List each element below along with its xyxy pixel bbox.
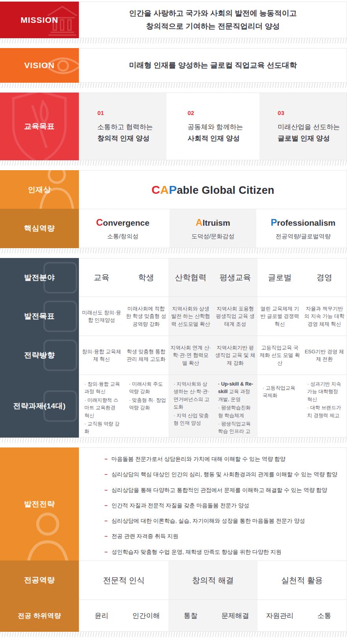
dev-areas-content: 교육 학생 산학협력 평생교육 글로벌 경영 (79, 258, 347, 297)
strategy-bullet: –성인학습자 맞춤형 수업 운영, 재학생 만족도 향상을 위한 다양한 지원 (104, 548, 339, 556)
major-content: 전문적 인식 창의적 해결 실천적 활용 (79, 560, 347, 600)
sub-major-pair: 통찰 문제해결 (168, 600, 257, 631)
talent-label: 인재상 (28, 185, 51, 195)
vision-content: 미래형 인재를 양성하는 글로컬 직업교육 선도대학 (79, 48, 347, 83)
dash-icon: – (104, 548, 108, 556)
section-divider-hatch (0, 38, 347, 43)
strategy-bullet: –심리상담의 핵심 대상인 인간의 심리, 행동 및 사회환경과의 관계를 이해… (104, 470, 339, 478)
edu-goal-line1: 소통하고 협력하는 (97, 122, 166, 133)
strategy-bullet-text: 심리상담을 통해 다양하고 통합적인 관점에서 문제를 이해하고 해결할 수 있… (112, 486, 327, 494)
strategy-bullet-text: 전공 관련 자격증 취득 지원 (112, 532, 179, 540)
sub-major-competency: 인간이해 (124, 600, 168, 631)
mission-label-cell: MISSION (0, 2, 79, 38)
vision-section: VISION 미래형 인재를 양성하는 글로컬 직업교육 선도대학 (0, 48, 347, 83)
dev-area: 산학협력 (168, 258, 213, 297)
dev-goal: 미래사회에 적합한 학생 맞춤형 성공역량 강화 (124, 297, 168, 336)
talent-core-section: 인재상 CAPable Global Citizen 핵심역량 Converge… (0, 170, 347, 248)
mission-text-line2: 창의적으로 기여하는 전문직업리더 양성 (146, 20, 280, 33)
task-column-education: · 창의·융합 교육과정 혁신 · 미래지향적 스마트 교육환경 혁신 · 교직… (79, 375, 124, 438)
task-column-lifelong: · Up-skill & Re-skill 교육 과정 개발, 운영 · 평생학… (213, 375, 257, 438)
task-column-global: · 고등작업교육 국제화 (257, 375, 302, 438)
dev-direction: 지역사회 연계 산·학·관·연 협력모델 확산 (168, 336, 213, 375)
strategy-bullet-text: 성인학습자 맞춤형 수업 운영, 재학생 만족도 향상을 위한 다양한 지원 (112, 548, 282, 556)
strategy-bullet-text: 심리상담에 대한 이론학습, 실습, 자기이해와 성장을 통한 마음돌봄 전문가… (112, 517, 305, 525)
edu-goal-line2: 글로벌 인재 양성 (278, 133, 347, 143)
core-word-rest: ltruism (203, 218, 230, 227)
vision-label-cell: VISION (0, 48, 79, 83)
dev-direction: 지역사회기반 평생직업 교육 및 체제 강화 (213, 336, 257, 375)
dev-goals-label-cell: 발전목표 (0, 297, 79, 336)
letter-p: P (169, 183, 177, 196)
edu-goals-content: 01 소통하고 협력하는 창의적 인재 양성 02 공동체와 함께하는 사회적 … (79, 93, 347, 160)
task-item: · 성과기반 지속가능 대학행정 혁신 (307, 380, 344, 403)
dev-tasks-label-cell: 전략과제(14대) (0, 375, 79, 438)
section-divider-hatch (0, 83, 347, 88)
dev-tasks-label: 전략과제(14대) (13, 401, 65, 411)
dev-directions-label-cell: 전략방향 (0, 336, 79, 375)
sub-major-competency: 통찰 (168, 600, 213, 631)
core-word-rest: onvergence (103, 218, 149, 227)
letter-p: P (271, 217, 277, 228)
strategy-bullet: –전공 관련 자격증 취득 지원 (104, 532, 339, 540)
dev-direction: 학생 맞춤형 통합관리 체제 고도화 (124, 336, 168, 375)
core-item-convergence: Convergence 소통/창의성 (79, 209, 166, 248)
task-column-students: · 미래사회 주도역량 강화 · 맞춤형 취· 창업 역량 강화 (124, 375, 168, 438)
letter-a: A (160, 183, 169, 196)
dev-direction: 창의·융합 교육체제 혁신 (79, 336, 124, 375)
sub-major-competency: 윤리 (79, 600, 124, 631)
strategy-competency-section: 발전전략 –마음돌봄 전문가로서 상담윤리와 가치에 대해 이해할 수 있는 역… (0, 447, 347, 632)
edu-goal-line2: 사회적 인재 양성 (188, 133, 257, 143)
edu-goal-line1: 공동체와 함께하는 (188, 122, 257, 133)
letter-c: C (151, 183, 160, 196)
edu-goal-number: 01 (97, 109, 166, 116)
vision-text: 미래형 인재를 양성하는 글로컬 직업교육 선도대학 (129, 59, 297, 72)
task-item: · 평생학습친화형 학습체계 (218, 404, 255, 419)
sub-major-label-cell: 전공 하위역량 (0, 599, 79, 632)
dev-directions-label: 전략방향 (24, 350, 55, 360)
major-competency: 창의적 해결 (168, 561, 257, 599)
core-sub-label: 도덕성/문화감성 (191, 233, 234, 240)
edu-goal-item-3: 03 미래산업을 선도하는 글로벌 인재 양성 (259, 93, 347, 160)
development-table-section: 발전분야 교육 학생 산학협력 평생교육 글로벌 경영 발전목표 (0, 258, 347, 438)
sub-major-pair: 윤리 인간이해 (79, 600, 168, 631)
person-icon (18, 510, 77, 561)
dev-area: 학생 (124, 258, 168, 297)
edu-goals-label: 교육목표 (24, 121, 55, 132)
dev-areas-label-cell: 발전분야 (0, 258, 79, 297)
dev-goal: 미래선도 창의·융합 인재양성 (79, 297, 124, 336)
letter-c: C (96, 217, 103, 228)
dev-area: 경영 (302, 258, 347, 297)
dev-area: 교육 (79, 258, 124, 297)
edu-goals-section: 교육목표 01 소통하고 협력하는 창의적 인재 양성 02 공동체와 함께하는… (0, 93, 347, 160)
edu-goal-item-1: 01 소통하고 협력하는 창의적 인재 양성 (79, 93, 166, 160)
strategy-label-cell: 발전전략 (0, 447, 79, 561)
core-label: 핵심역량 (24, 223, 55, 234)
sub-major-competency: 자원관리 (257, 600, 302, 631)
core-item-altruism: Altruism 도덕성/문화감성 (170, 209, 257, 248)
core-label-cell: 핵심역량 (0, 209, 79, 248)
major-competency: 전문적 인식 (79, 561, 168, 599)
strategy-bullet: –마음돌봄 전문가로서 상담윤리와 가치에 대해 이해할 수 있는 역량 함양 (104, 455, 339, 463)
task-item: · 창의·융합 교육과정 혁신 (84, 380, 121, 396)
development-plan-infographic: MISSION 인간을 사랑하고 국가와 사회의 발전에 능동적이고 창의적으로… (0, 0, 347, 637)
sub-major-competency: 문제해결 (213, 600, 257, 631)
section-divider-hatch (0, 248, 347, 253)
strategy-bullet: –인간적 자질과 전문적 자질을 갖춘 마음돌봄 전문가 양성 (104, 501, 339, 509)
letter-a: A (196, 217, 202, 228)
talent-label-cell: 인재상 (0, 170, 79, 209)
strategy-bullet-text: 심리상담의 핵심 대상인 인간의 심리, 행동 및 사회환경과의 관계를 이해할… (112, 470, 337, 478)
dev-goals-content: 미래선도 창의·융합 인재양성 미래사회에 적합한 학생 맞춤형 성공역량 강화… (79, 297, 347, 336)
edu-goal-line2: 창의적 인재 양성 (97, 133, 166, 143)
task-item: · 지역사회와 상생하는 산·학·관·연거버넌스의 고도화 (174, 380, 211, 411)
dev-goal: 지역사회 포용형 평생직업 교육 생태계 조성 (213, 297, 257, 336)
sub-major-label: 전공 하위역량 (18, 611, 61, 620)
strategy-bullet-text: 마음돌봄 전문가로서 상담윤리와 가치에 대해 이해할 수 있는 역량 함양 (112, 455, 285, 463)
dev-direction: ESG기반 경영 체제 전환 (302, 336, 347, 375)
dash-icon: – (104, 470, 108, 478)
task-item: · 평생직업교육학습 인프라 고도화 (218, 420, 255, 438)
section-divider-hatch (0, 438, 347, 443)
dev-areas-label: 발전분야 (24, 273, 55, 283)
talent-content: CAPable Global Citizen (79, 170, 347, 209)
dash-icon: – (104, 486, 108, 494)
mission-text-line1: 인간을 사랑하고 국가와 사회의 발전에 능동적이고 (129, 7, 297, 20)
